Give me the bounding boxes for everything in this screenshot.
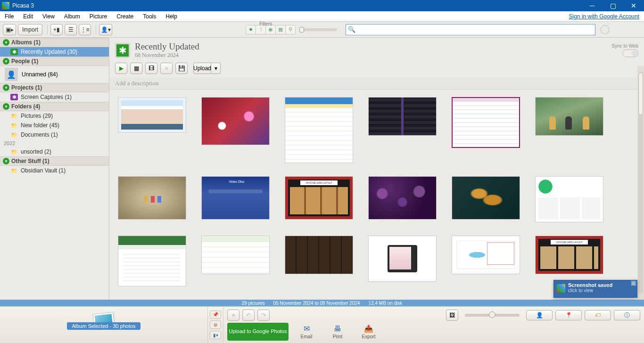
tag-places-button[interactable]: 📍 (555, 310, 582, 320)
rotate-cw-button[interactable]: ↷ (257, 310, 270, 321)
app-title: Picasa 3 (12, 2, 34, 9)
tag-tags-button[interactable]: 🏷 (585, 310, 611, 320)
tag-people-button[interactable]: 👤 (526, 310, 553, 320)
filter-geo[interactable]: ⚲ (285, 25, 296, 34)
face-tag-button[interactable]: 🖼 (446, 310, 458, 321)
thumbnail[interactable] (452, 97, 520, 148)
date-slider[interactable] (299, 28, 337, 31)
signin-link[interactable]: Sign in with Google Account (569, 13, 644, 20)
sidebar-header-folders[interactable]: ▼Folders (4) (0, 102, 109, 111)
sync-to-web-toggle[interactable] (622, 49, 638, 57)
menu-tools[interactable]: Tools (138, 11, 161, 22)
sidebar-header-projects[interactable]: ▼Projects (1) (0, 83, 109, 92)
menu-picture[interactable]: Picture (85, 11, 112, 22)
close-button[interactable]: ✕ (623, 0, 644, 11)
sync-to-web-label: Sync to Web (611, 43, 638, 49)
filters-label: Filters (259, 21, 272, 26)
filter-starred[interactable]: ★ (246, 25, 256, 34)
sidebar-header-other[interactable]: ▼Other Stuff (1) (0, 156, 109, 166)
menu-file[interactable]: File (0, 11, 18, 22)
menu-edit[interactable]: Edit (18, 11, 38, 22)
play-slideshow-button[interactable]: ▶ (115, 63, 127, 74)
sidebar-item-recently-updated[interactable]: ✱Recently Updated (30) (0, 47, 109, 57)
toast-title: Screenshot saved (568, 282, 634, 288)
sidebar-header-people[interactable]: ▼People (1) (0, 57, 109, 66)
rotate-ccw-button[interactable]: ↶ (242, 310, 255, 321)
thumbnail[interactable] (201, 236, 270, 274)
back-to-library-button[interactable]: ▣▸ (3, 24, 16, 35)
star-button[interactable]: ★ (160, 63, 173, 74)
info-button[interactable]: ⓘ (614, 310, 640, 320)
menu-view[interactable]: View (38, 11, 59, 22)
save-button[interactable]: 💾 (175, 63, 188, 74)
clear-tray-button[interactable]: ⊘ (210, 320, 221, 329)
upload-dropdown[interactable]: ▾ (211, 63, 221, 74)
search-input[interactable]: 🔍 (346, 24, 595, 35)
content-area: ✱ Recently Updated 08 November 2024 Sync… (109, 38, 644, 300)
screenshot-toast[interactable]: ⊠ Screenshot saved click to view (553, 280, 637, 298)
thumbnail[interactable] (118, 97, 186, 133)
thumbnail[interactable] (118, 176, 186, 220)
photo-tray[interactable]: Album Selected - 30 photos (0, 307, 207, 343)
thumbnail[interactable]: Video Disc (201, 176, 270, 220)
menu-help[interactable]: Help (161, 11, 182, 22)
thumbnail[interactable] (118, 236, 186, 286)
export-icon: 📤 (355, 324, 382, 333)
album-title: Recently Updated (135, 41, 199, 52)
menu-album[interactable]: Album (59, 11, 85, 22)
filter-movies[interactable]: ▦ (275, 25, 286, 34)
sidebar-item-pictures[interactable]: 📁Pictures (29) (0, 111, 109, 121)
create-collage-button[interactable]: ▦ (130, 63, 142, 74)
thumbnail[interactable] (535, 176, 603, 222)
thumbnail[interactable]: CHOOSE GRID LAYOUT (535, 236, 603, 274)
hold-button[interactable]: 📌 (210, 310, 221, 319)
thumbnail[interactable] (535, 97, 603, 136)
sidebar-header-albums[interactable]: ▼Albums (1) (0, 38, 109, 47)
bottom-panel: Album Selected - 30 photos 📌 ⊘ ▮▾ ★ ↶ ↷ … (0, 306, 644, 343)
thumbnail-grid: Video Disc CHOOSE GRID LAYOUT CHOOSE GRI… (109, 90, 644, 300)
thumbnail[interactable] (452, 176, 520, 220)
status-size: 12,4 MB on disk (369, 301, 403, 306)
search-icon: 🔍 (348, 26, 355, 33)
menu-create[interactable]: Create (112, 11, 138, 22)
list-view-button[interactable]: ☰ (65, 24, 77, 35)
thumbnail[interactable] (368, 97, 437, 136)
sidebar: ▼Albums (1) ✱Recently Updated (30) ▼Peop… (0, 38, 109, 300)
tray-selection-chip: Album Selected - 30 photos (67, 322, 140, 330)
star-selected-button[interactable]: ★ (227, 310, 239, 321)
thumbnail[interactable] (368, 236, 437, 282)
upload-button[interactable]: Upload (193, 63, 211, 74)
print-button[interactable]: 🖶Print (324, 325, 351, 339)
import-button[interactable]: Import (18, 24, 42, 35)
thumbnail[interactable] (452, 236, 520, 274)
toast-close-button[interactable]: ⊠ (631, 281, 636, 286)
titlebar: Picasa 3 ─ ▢ ✕ (0, 0, 644, 11)
app-icon (2, 2, 9, 9)
activity-throbber (600, 25, 610, 34)
email-button[interactable]: ✉Email (293, 324, 320, 339)
sidebar-item-documents[interactable]: 📁Documents (1) (0, 130, 109, 139)
thumbnail[interactable] (285, 97, 353, 163)
add-to-album-button[interactable]: ▮▾ (210, 331, 221, 339)
create-movie-button[interactable]: 🎞 (145, 63, 157, 74)
people-button[interactable]: 👤▾ (99, 24, 112, 35)
thumbnail[interactable]: CHOOSE GRID LAYOUT (285, 176, 353, 220)
sidebar-item-new-folder[interactable]: 📁New folder (45) (0, 121, 109, 130)
sidebar-item-unsorted[interactable]: 📁unsorted (2) (0, 147, 109, 156)
upload-google-photos-button[interactable]: Upload to Google Photos (227, 323, 289, 341)
minimize-button[interactable]: ─ (582, 0, 603, 11)
description-input[interactable]: Add a description (109, 78, 642, 90)
sidebar-item-screen-captures[interactable]: ✱Screen Captures (1) (0, 92, 109, 102)
new-album-button[interactable]: +▮ (50, 24, 63, 35)
thumbnail[interactable] (201, 97, 270, 145)
thumbnail-size-slider[interactable] (465, 314, 520, 317)
sidebar-item-obsidian[interactable]: 📁Obsidian Vault (1) (0, 166, 109, 175)
thumbnail[interactable] (285, 236, 353, 274)
tree-view-button[interactable]: ⋮≡ (79, 24, 91, 35)
thumbnail[interactable] (368, 176, 437, 220)
content-scrollbar[interactable] (637, 66, 644, 300)
export-button[interactable]: 📤Export (355, 324, 382, 339)
maximize-button[interactable]: ▢ (603, 0, 623, 11)
sidebar-item-unnamed[interactable]: 👤 Unnamed (84) (0, 66, 109, 83)
toast-subtitle: click to view (568, 288, 634, 293)
